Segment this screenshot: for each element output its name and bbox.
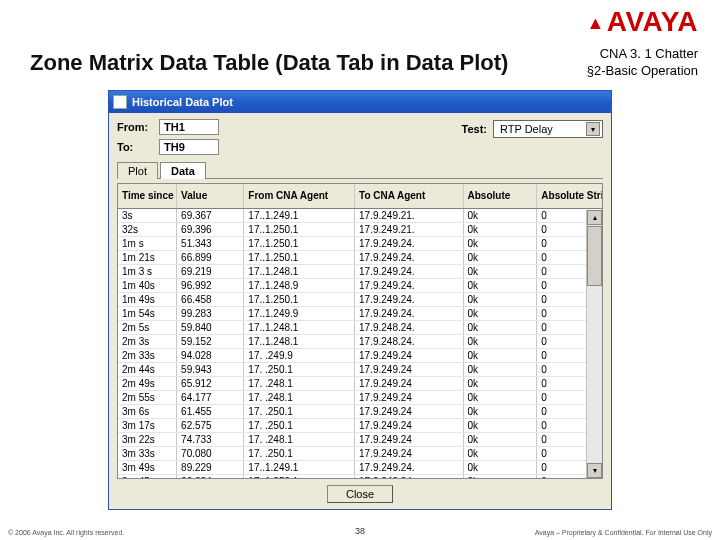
table-row[interactable]: 2m 49s65.91217. .248.117.9.249.24 0k0Cre… [118, 376, 603, 390]
tab-data[interactable]: Data [160, 162, 206, 179]
table-cell: 17.9.249.24 [355, 362, 464, 376]
table-cell: 96.992 [177, 278, 244, 292]
table-cell: 17..1.250.1 [244, 292, 355, 306]
table-row[interactable]: 1m 54s99.28317..1.249.917.9.249.24.0k0Su… [118, 306, 603, 320]
table-row[interactable]: 1m 3 s69.21917..1.248.117.9.249.24.0k0Su… [118, 264, 603, 278]
logo-triangle-icon: ▲ [586, 13, 604, 34]
table-cell: 17.9.248.24. [355, 320, 464, 334]
table-cell: 0k [463, 306, 537, 320]
table-cell: 1m 54s [118, 306, 177, 320]
from-value: TH1 [159, 119, 219, 135]
table-cell: 2m 49s [118, 376, 177, 390]
table-cell: 1m 40s [118, 278, 177, 292]
table-cell: 17.9.249.24. [355, 306, 464, 320]
table-row[interactable]: 3m 6s61.45517. .250.117.9.249.24 0k0Cree [118, 404, 603, 418]
table-row[interactable]: 2m 5s59.84017..1.248.117.9.248.24.0k0Suc… [118, 320, 603, 334]
table-cell: 0k [463, 474, 537, 479]
table-row[interactable]: 2m 33s94.02817. .249.917.9.249.24 0k0Cre… [118, 348, 603, 362]
table-cell: 17..1.248.1 [244, 264, 355, 278]
table-cell: 17. .248.1 [244, 432, 355, 446]
table-row[interactable]: 1m s51.34317..1.250.117.9.249.24.0k0Succ [118, 236, 603, 250]
table-cell: 17. .250.1 [244, 404, 355, 418]
tab-bar: Plot Data [117, 161, 603, 179]
table-cell: 70.080 [177, 446, 244, 460]
table-cell: 17.9.249.21. [355, 208, 464, 222]
table-cell: 2m 5s [118, 320, 177, 334]
table-cell: 89.229 [177, 460, 244, 474]
col-time[interactable]: Time since [118, 184, 177, 208]
table-cell: 65.912 [177, 376, 244, 390]
table-row[interactable]: 1m 40s96.99217..1.248.917.9.249.24.0k0Su… [118, 278, 603, 292]
table-row[interactable]: 32s69.39617..1.250.117.9.249.21.0k0Succ [118, 222, 603, 236]
table-cell: 59.152 [177, 334, 244, 348]
table-cell: 0k [463, 390, 537, 404]
table-cell: 0k [463, 292, 537, 306]
footer-page-number: 38 [355, 526, 365, 536]
table-cell: 66.324 [177, 474, 244, 479]
table-cell: 17..1.250.1 [244, 222, 355, 236]
close-button[interactable]: Close [327, 485, 393, 503]
slide-meta: CNA 3. 1 Chatter §2-Basic Operation [587, 46, 698, 80]
table-cell: 0k [463, 264, 537, 278]
historical-data-plot-window: Historical Data Plot From: TH1 Test: RTP… [108, 90, 612, 510]
data-table-wrap: Time since Value From CNA Agent To CNA A… [117, 183, 603, 479]
col-absolute[interactable]: Absolute [463, 184, 537, 208]
table-cell: 17.9.249.24. [355, 250, 464, 264]
scrollbar-thumb[interactable] [587, 226, 602, 286]
table-cell: 61.455 [177, 404, 244, 418]
test-dropdown[interactable]: RTP Delay ▾ [493, 120, 603, 138]
table-row[interactable]: 3s69.36717..1.249.117.9.249.21.0k0Succ [118, 208, 603, 222]
window-title: Historical Data Plot [132, 96, 233, 108]
to-label: To: [117, 141, 159, 153]
table-cell: 0k [463, 446, 537, 460]
table-cell: 0k [463, 236, 537, 250]
table-cell: 17..1.249.1 [244, 208, 355, 222]
table-row[interactable]: 3m 45s66.32417..1.250.117.9.249.24.0k0Su… [118, 474, 603, 479]
table-row[interactable]: 2m 44s59.94317. .250.117.9.249.24 0k0Cre… [118, 362, 603, 376]
table-cell: 3s [118, 208, 177, 222]
table-cell: 17.9.249.24 [355, 418, 464, 432]
table-row[interactable]: 3m 22s74.73317. .248.117.9.249.24 0k0Cre… [118, 432, 603, 446]
tab-plot[interactable]: Plot [117, 162, 158, 179]
table-cell: 17.9.249.24 [355, 432, 464, 446]
table-cell: 17.9.249.24. [355, 278, 464, 292]
table-cell: 17..1.250.1 [244, 250, 355, 264]
table-cell: 17..1.248.9 [244, 278, 355, 292]
table-cell: 17..1.248.1 [244, 334, 355, 348]
to-value: TH9 [159, 139, 219, 155]
table-cell: 17. .248.1 [244, 376, 355, 390]
table-cell: 3m 49s [118, 460, 177, 474]
table-cell: 64.177 [177, 390, 244, 404]
scroll-down-icon[interactable]: ▾ [587, 463, 602, 478]
table-cell: 17.9.249.24. [355, 264, 464, 278]
data-table: Time since Value From CNA Agent To CNA A… [118, 184, 603, 479]
footer-copyright: © 2006 Avaya Inc. All rights reserved. [8, 529, 124, 536]
col-absolute-strikes[interactable]: Absolute Strikes [537, 184, 603, 208]
window-titlebar[interactable]: Historical Data Plot [109, 91, 611, 113]
table-row[interactable]: 3m 33s70.08017. .250.117.9.249.24 0k0Cre… [118, 446, 603, 460]
table-cell: 17.9.249.24 [355, 348, 464, 362]
vertical-scrollbar[interactable]: ▴ ▾ [586, 210, 602, 478]
meta-line2: §2-Basic Operation [587, 63, 698, 80]
table-cell: 69.367 [177, 208, 244, 222]
table-row[interactable]: 1m 49s66.45817..1.250.117.9.249.24.0k0Su… [118, 292, 603, 306]
table-cell: 59.840 [177, 320, 244, 334]
table-header-row: Time since Value From CNA Agent To CNA A… [118, 184, 603, 208]
table-row[interactable]: 2m 3s59.15217..1.248.117.9.248.24.0k0Suc… [118, 334, 603, 348]
col-from[interactable]: From CNA Agent [244, 184, 355, 208]
table-cell: 2m 55s [118, 390, 177, 404]
table-row[interactable]: 1m 21s66.89917..1.250.117.9.249.24.0k0Su… [118, 250, 603, 264]
col-to[interactable]: To CNA Agent [355, 184, 464, 208]
table-row[interactable]: 3m 49s89.22917..1.249.117.9.249.24.0k0Su… [118, 460, 603, 474]
table-row[interactable]: 2m 55s64.17717. .248.117.9.249.24 0k0Cre… [118, 390, 603, 404]
table-cell: 59.943 [177, 362, 244, 376]
scroll-up-icon[interactable]: ▴ [587, 210, 602, 225]
footer-confidential: Avaya – Proprietary & Confidential. For … [535, 529, 712, 536]
table-cell: 62.575 [177, 418, 244, 432]
slide-title: Zone Matrix Data Table (Data Tab in Data… [30, 50, 508, 76]
col-value[interactable]: Value [177, 184, 244, 208]
table-cell: 32s [118, 222, 177, 236]
table-cell: 17. .250.1 [244, 446, 355, 460]
chevron-down-icon: ▾ [586, 122, 600, 136]
table-row[interactable]: 3m 17s62.57517. .250.117.9.249.24 0k0Cre… [118, 418, 603, 432]
